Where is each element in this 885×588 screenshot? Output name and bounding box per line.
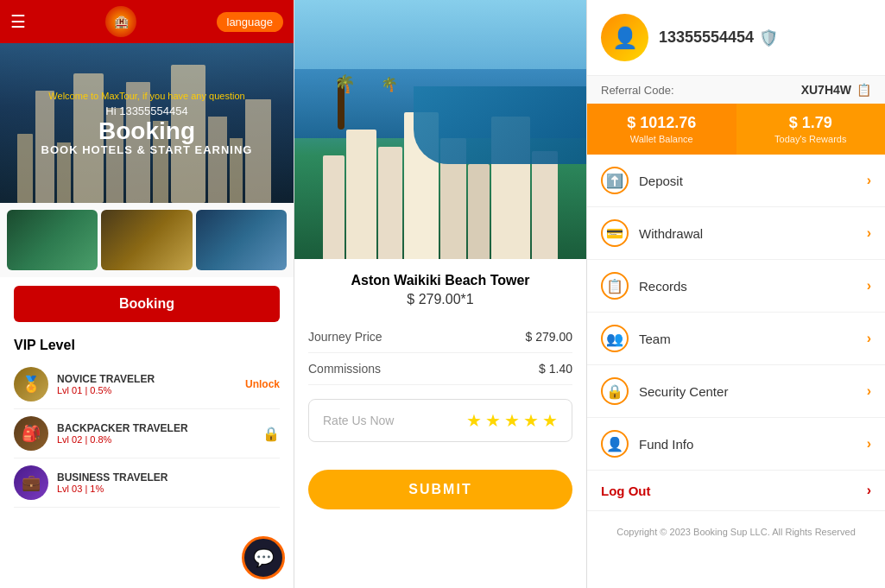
security-icon: 🔒	[601, 377, 629, 405]
hero-content: Welcome to MaxTour, if you have any ques…	[41, 91, 253, 156]
menu-fund-left: 👤 Fund Info	[601, 430, 693, 458]
referral-label: Referral Code:	[601, 84, 674, 97]
commissions-row: Commissions $ 1.40	[308, 353, 572, 385]
deposit-chevron: ›	[867, 173, 871, 188]
fund-info-label: Fund Info	[639, 437, 693, 452]
wallet-amount: $ 1012.76	[601, 114, 723, 132]
menu-security[interactable]: 🔒 Security Center ›	[587, 365, 885, 418]
vip-level-1: Lvl 01 | 0.5%	[57, 385, 245, 395]
rate-label: Rate Us Now	[323, 414, 394, 427]
middle-panel: 🌴 🌴 Aston Waikiki Beach Tower $ 279.00*1…	[294, 0, 587, 588]
wallet-label: Wallet Balance	[601, 134, 723, 144]
profile-section: 👤 13355554454 🛡️	[587, 0, 885, 76]
menu-records-left: 📋 Records	[601, 272, 687, 300]
hotel-thumbnails	[0, 203, 294, 277]
journey-price-label: Journey Price	[308, 330, 382, 344]
logout-label: Log Out	[601, 484, 650, 498]
vip-name-2: BACKPACKER TRAVELER	[57, 422, 262, 434]
records-icon: 📋	[601, 272, 629, 300]
star-rating[interactable]: ★ ★ ★ ★ ★	[466, 410, 558, 431]
hotel-price: $ 279.00*1	[308, 292, 572, 307]
journey-price-value: $ 279.00	[526, 330, 573, 344]
rewards-label: Today's Rewards	[750, 134, 872, 144]
copy-icon[interactable]: 📋	[857, 83, 871, 97]
left-header: ☰ 🏨 language	[0, 0, 294, 43]
hotel-details: Aston Waikiki Beach Tower $ 279.00*1 Jou…	[294, 259, 586, 470]
chat-bubble[interactable]: 💬	[242, 536, 285, 579]
star-3[interactable]: ★	[504, 410, 520, 431]
security-chevron: ›	[867, 383, 871, 399]
menu-fund-info[interactable]: 👤 Fund Info ›	[587, 418, 885, 471]
referral-code: XU7H4W	[801, 83, 851, 97]
logout-item[interactable]: Log Out ›	[587, 471, 885, 511]
vip-item-2: 🎒 BACKPACKER TRAVELER Lvl 02 | 0.8% 🔒	[14, 409, 280, 458]
hotel-image: 🌴 🌴	[294, 0, 586, 259]
vip-info-2: BACKPACKER TRAVELER Lvl 02 | 0.8%	[57, 422, 262, 445]
commissions-value: $ 1.40	[539, 362, 572, 376]
menu-withdrawal[interactable]: 💳 Withdrawal ›	[587, 207, 885, 260]
profile-badge: 🛡️	[759, 28, 778, 47]
menu-records[interactable]: 📋 Records ›	[587, 260, 885, 313]
fund-icon: 👤	[601, 430, 629, 458]
vip-name-3: BUSINESS TRAVELER	[57, 471, 280, 484]
vip-level-2: Lvl 02 | 0.8%	[57, 434, 262, 445]
language-button[interactable]: language	[217, 12, 284, 32]
security-label: Security Center	[639, 384, 728, 399]
profile-info: 13355554454 🛡️	[659, 28, 871, 47]
vip-badge-2: 🎒	[14, 416, 48, 451]
vip-badge-1: 🏅	[14, 367, 48, 401]
menu-list: ⬆️ Deposit › 💳 Withdrawal › 📋 Records ›	[587, 155, 885, 471]
fund-chevron: ›	[867, 436, 871, 452]
referral-row: Referral Code: XU7H4W 📋	[587, 76, 885, 104]
hamburger-icon[interactable]: ☰	[10, 11, 26, 32]
rate-section: Rate Us Now ★ ★ ★ ★ ★	[308, 399, 572, 442]
withdrawal-icon: 💳	[601, 219, 629, 247]
vip-level-3: Lvl 03 | 1%	[57, 484, 280, 494]
vip-info-3: BUSINESS TRAVELER Lvl 03 | 1%	[57, 471, 280, 494]
wallet-row: $ 1012.76 Wallet Balance $ 1.79 Today's …	[587, 104, 885, 155]
records-label: Records	[639, 279, 687, 294]
wallet-balance-card: $ 1012.76 Wallet Balance	[587, 104, 736, 155]
menu-team-left: 👥 Team	[601, 325, 671, 352]
app-logo: 🏨	[105, 6, 136, 37]
logout-chevron: ›	[867, 483, 871, 498]
submit-button[interactable]: SUBMIT	[308, 470, 572, 509]
vip-lock-2: 🔒	[262, 426, 280, 442]
vip-item-3: 💼 BUSINESS TRAVELER Lvl 03 | 1%	[14, 458, 280, 508]
deposit-icon: ⬆️	[601, 167, 629, 194]
thumb-1	[7, 210, 98, 270]
commissions-label: Commissions	[308, 362, 381, 376]
welcome-text: Welcome to MaxTour, if you have any ques…	[41, 91, 253, 101]
rewards-card: $ 1.79 Today's Rewards	[736, 104, 886, 155]
profile-phone: 13355554454	[659, 28, 754, 47]
user-avatar: 👤	[601, 14, 648, 61]
booking-btn-wrapper: Booking	[0, 277, 294, 331]
booking-button[interactable]: Booking	[14, 286, 280, 322]
right-panel: 👤 13355554454 🛡️ Referral Code: XU7H4W 📋…	[587, 0, 885, 588]
vip-badge-3: 💼	[14, 465, 48, 500]
hero-subtitle: BOOK HOTELS & START EARNING	[41, 143, 253, 156]
vip-section: VIP Level 🏅 NOVICE TRAVELER Lvl 01 | 0.5…	[0, 331, 294, 515]
hero-phone: Hi 13355554454	[41, 104, 253, 117]
copyright-text: Copyright © 2023 Booking Sup LLC. All Ri…	[587, 511, 885, 553]
deposit-label: Deposit	[639, 174, 683, 188]
vip-name-1: NOVICE TRAVELER	[57, 373, 245, 385]
journey-price-row: Journey Price $ 279.00	[308, 321, 572, 353]
thumb-3	[196, 210, 287, 270]
vip-unlock-1[interactable]: Unlock	[245, 378, 280, 390]
vip-info-1: NOVICE TRAVELER Lvl 01 | 0.5%	[57, 373, 245, 395]
rewards-amount: $ 1.79	[750, 114, 872, 132]
team-chevron: ›	[867, 331, 871, 346]
menu-team[interactable]: 👥 Team ›	[587, 313, 885, 365]
menu-deposit[interactable]: ⬆️ Deposit ›	[587, 155, 885, 207]
hotel-name: Aston Waikiki Beach Tower	[308, 273, 572, 288]
star-1[interactable]: ★	[466, 410, 482, 431]
vip-item-1: 🏅 NOVICE TRAVELER Lvl 01 | 0.5% Unlock	[14, 360, 280, 409]
star-4[interactable]: ★	[523, 410, 539, 431]
star-5[interactable]: ★	[542, 410, 558, 431]
hero-title: Booking	[41, 119, 253, 143]
menu-deposit-left: ⬆️ Deposit	[601, 167, 683, 194]
menu-withdrawal-left: 💳 Withdrawal	[601, 219, 703, 247]
submit-btn-wrapper: SUBMIT	[294, 470, 586, 523]
star-2[interactable]: ★	[485, 410, 501, 431]
